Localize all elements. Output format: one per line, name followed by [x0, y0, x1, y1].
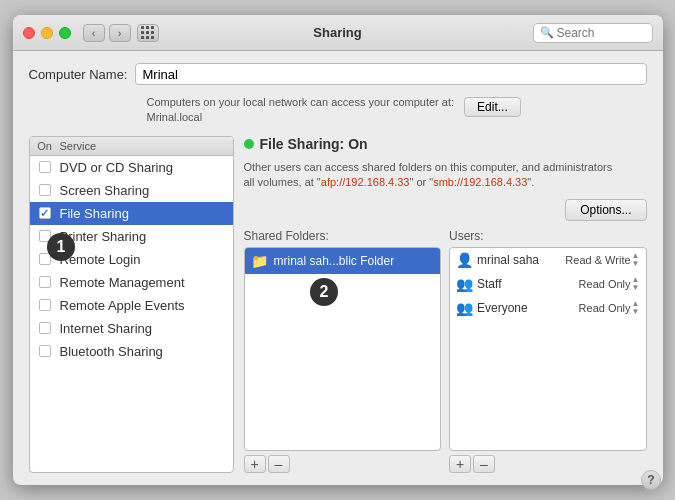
network-info: Computers on your local network can acce…	[147, 95, 455, 126]
annotation-circle-2: 2	[310, 278, 338, 306]
services-header-service: Service	[60, 140, 233, 152]
remove-folder-button[interactable]: –	[268, 455, 290, 473]
user-icon-everyone: 👥	[456, 300, 473, 316]
checkbox-bluetooth[interactable]	[39, 345, 51, 357]
service-checkbox-internet[interactable]	[30, 322, 60, 334]
service-checkbox-screen[interactable]	[30, 184, 60, 196]
folder-name: mrinal sah...blic Folder	[274, 254, 395, 268]
add-folder-button[interactable]: +	[244, 455, 266, 473]
permission-everyone[interactable]: Read Only ▲▼	[579, 300, 640, 316]
sidebar-item-remote-mgmt[interactable]: Remote Management	[30, 271, 233, 294]
users-list: 👤 mrinal saha Read & Write ▲▼	[449, 247, 647, 451]
folder-item-public[interactable]: 📁 mrinal sah...blic Folder	[245, 248, 441, 274]
minimize-button[interactable]	[41, 27, 53, 39]
service-checkbox-remote-apple[interactable]	[30, 299, 60, 311]
services-header-on: On	[30, 140, 60, 152]
folders-users-panel: Shared Folders: 📁 mrinal sah...blic Fold…	[244, 229, 647, 473]
service-label-internet: Internet Sharing	[60, 321, 233, 336]
service-checkbox-bluetooth[interactable]	[30, 345, 60, 357]
user-icon-staff: 👥	[456, 276, 473, 292]
username-mrinal: mrinal saha	[477, 253, 561, 267]
edit-button[interactable]: Edit...	[464, 97, 521, 117]
checkbox-remote-mgmt[interactable]	[39, 276, 51, 288]
users-add-remove-bar: + –	[449, 455, 647, 473]
sidebar-item-remote-apple[interactable]: Remote Apple Events	[30, 294, 233, 317]
service-checkbox-remote-mgmt[interactable]	[30, 276, 60, 288]
service-label-dvd: DVD or CD Sharing	[60, 160, 233, 175]
network-info-line2: Mrinal.local	[147, 110, 455, 125]
file-sharing-title: File Sharing: On	[260, 136, 368, 152]
content-area: Computer Name: Computers on your local n…	[13, 51, 663, 485]
users-section: Users: 👤 mrinal saha Read & Write	[449, 229, 647, 473]
sidebar-item-file-sharing[interactable]: ✓ File Sharing	[30, 202, 233, 225]
sidebar-item-screen-sharing[interactable]: Screen Sharing	[30, 179, 233, 202]
shared-folders-section: Shared Folders: 📁 mrinal sah...blic Fold…	[244, 229, 442, 473]
close-button[interactable]	[23, 27, 35, 39]
perm-arrows-mrinal: ▲▼	[632, 252, 640, 268]
username-staff: Staff	[477, 277, 575, 291]
user-row-mrinal[interactable]: 👤 mrinal saha Read & Write ▲▼	[450, 248, 646, 272]
checkbox-screen[interactable]	[39, 184, 51, 196]
folders-add-remove-bar: + –	[244, 455, 442, 473]
maximize-button[interactable]	[59, 27, 71, 39]
help-button[interactable]: ?	[641, 470, 661, 485]
permission-mrinal[interactable]: Read & Write ▲▼	[565, 252, 639, 268]
service-label-remote-apple: Remote Apple Events	[60, 298, 233, 313]
forward-button[interactable]: ›	[109, 24, 131, 42]
search-input[interactable]	[557, 26, 647, 40]
options-button[interactable]: Options...	[565, 199, 646, 221]
sidebar-item-bluetooth[interactable]: Bluetooth Sharing	[30, 340, 233, 363]
file-sharing-header: File Sharing: On	[244, 136, 647, 152]
username-everyone: Everyone	[477, 301, 575, 315]
checkmark-icon: ✓	[40, 208, 49, 219]
service-label-remote-mgmt: Remote Management	[60, 275, 233, 290]
perm-arrows-everyone: ▲▼	[632, 300, 640, 316]
remove-user-button[interactable]: –	[473, 455, 495, 473]
back-button[interactable]: ‹	[83, 24, 105, 42]
grid-view-button[interactable]	[137, 24, 159, 42]
shared-folders-label: Shared Folders:	[244, 229, 442, 243]
perm-arrows-staff: ▲▼	[632, 276, 640, 292]
shared-folders-list: 📁 mrinal sah...blic Folder	[244, 247, 442, 451]
search-icon: 🔍	[540, 26, 554, 39]
computer-name-input[interactable]	[135, 63, 646, 85]
services-header: On Service	[30, 137, 233, 156]
add-user-button[interactable]: +	[449, 455, 471, 473]
titlebar: ‹ › Sharing 🔍	[13, 15, 663, 51]
user-row-staff[interactable]: 👥 Staff Read Only ▲▼	[450, 272, 646, 296]
network-info-row: Computers on your local network can acce…	[29, 95, 647, 126]
checkbox-remote-apple[interactable]	[39, 299, 51, 311]
nav-buttons: ‹ ›	[83, 24, 131, 42]
smb-link[interactable]: smb://192.168.4.33	[433, 176, 527, 188]
desc-line2: all volumes, at "afp://192.168.4.33" or …	[244, 175, 647, 190]
sidebar-item-internet[interactable]: Internet Sharing	[30, 317, 233, 340]
sidebar-item-dvd[interactable]: DVD or CD Sharing	[30, 156, 233, 179]
afp-link[interactable]: afp://192.168.4.33	[321, 176, 410, 188]
service-label-file: File Sharing	[60, 206, 233, 221]
users-label: Users:	[449, 229, 647, 243]
window-title: Sharing	[313, 25, 361, 40]
user-row-everyone[interactable]: 👥 Everyone Read Only ▲▼	[450, 296, 646, 320]
computer-name-row: Computer Name:	[29, 63, 647, 85]
file-sharing-description: Other users can access shared folders on…	[244, 160, 647, 191]
checkbox-file[interactable]: ✓	[39, 207, 51, 219]
permission-staff[interactable]: Read Only ▲▼	[579, 276, 640, 292]
checkbox-internet[interactable]	[39, 322, 51, 334]
main-window: ‹ › Sharing 🔍 Computer Name:	[13, 15, 663, 485]
detail-panel: File Sharing: On Other users can access …	[244, 136, 647, 473]
grid-icon	[141, 26, 155, 40]
folder-icon: 📁	[251, 253, 268, 269]
computer-name-label: Computer Name:	[29, 67, 128, 82]
status-dot	[244, 139, 254, 149]
services-panel: On Service DVD or CD Sharing	[29, 136, 234, 473]
service-label-bluetooth: Bluetooth Sharing	[60, 344, 233, 359]
services-list: DVD or CD Sharing Screen Sharing	[30, 156, 233, 472]
service-checkbox-file[interactable]: ✓	[30, 207, 60, 219]
service-checkbox-dvd[interactable]	[30, 161, 60, 173]
service-label-printer: Printer Sharing	[60, 229, 233, 244]
service-label-screen: Screen Sharing	[60, 183, 233, 198]
checkbox-dvd[interactable]	[39, 161, 51, 173]
options-row: Options...	[244, 199, 647, 221]
annotation-circle-1: 1	[47, 233, 75, 261]
search-box[interactable]: 🔍	[533, 23, 653, 43]
